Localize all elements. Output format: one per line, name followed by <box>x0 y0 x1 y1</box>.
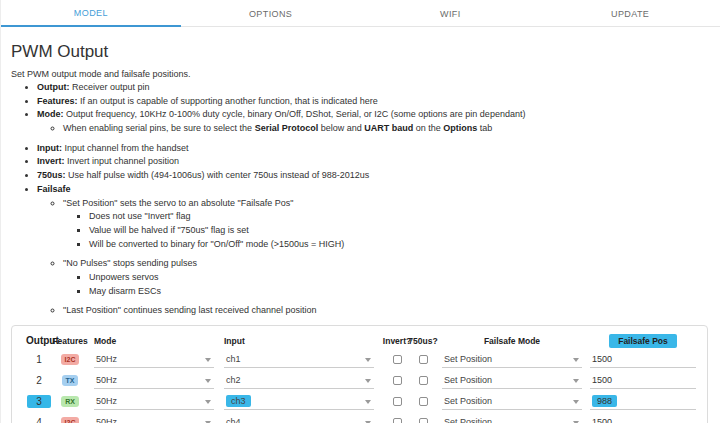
cell-text: 1500 <box>592 375 612 385</box>
highlight-cyan: 3 <box>27 395 51 408</box>
750us-checkbox[interactable] <box>419 397 428 406</box>
invert-cell <box>384 418 410 423</box>
mode-cell: 50Hz <box>94 415 214 423</box>
invert-cell <box>384 376 410 385</box>
input-channel-select[interactable]: ch2 <box>224 373 374 389</box>
750us-cell <box>410 376 436 385</box>
doc-bullet: Value will be halved if "750us" flag is … <box>89 225 708 237</box>
failsafe-mode-select-value: Set Position <box>444 417 492 423</box>
header-input: Input <box>224 336 374 346</box>
mode-cell: 50Hz <box>94 373 214 389</box>
pwm-output-table: Output Features Mode Input Invert? 750us… <box>11 325 708 423</box>
invert-checkbox[interactable] <box>393 418 402 423</box>
i2c-badge: I2C <box>61 354 80 365</box>
chevron-down-icon <box>205 400 211 404</box>
750us-checkbox[interactable] <box>419 418 428 423</box>
750us-checkbox[interactable] <box>419 355 428 364</box>
input-channel-cell: ch4 <box>224 415 374 423</box>
input-channel-select[interactable]: ch1 <box>224 352 374 368</box>
failsafe-mode-select[interactable]: Set Position <box>442 352 582 368</box>
doc-bullet: Failsafe"Set Position" sets the servo to… <box>37 184 708 317</box>
tab-update[interactable]: UPDATE <box>540 0 720 27</box>
mode-select[interactable]: 50Hz <box>94 394 214 410</box>
invert-checkbox[interactable] <box>393 355 402 364</box>
documentation-list: Output: Receiver output pinFeatures: If … <box>11 82 708 317</box>
mode-select-value: 50Hz <box>96 396 117 406</box>
mode-select-value: 50Hz <box>96 375 117 385</box>
failsafe-pos-input[interactable]: 988 <box>590 394 696 410</box>
doc-list-level-2: When enabling serial pins, be sure to se… <box>37 123 708 135</box>
doc-bullet: Mode: Output frequency, 10KHz 0-100% dut… <box>37 109 708 134</box>
chevron-down-icon <box>573 400 579 404</box>
failsafe-mode-select[interactable]: Set Position <box>442 373 582 389</box>
input-channel-cell: ch1 <box>224 352 374 368</box>
input-channel-cell: ch3 <box>224 394 374 410</box>
highlight-cyan: 988 <box>592 395 617 407</box>
mode-cell: 50Hz <box>94 352 214 368</box>
cell-text: 2 <box>36 375 42 386</box>
mode-select-value: 50Hz <box>96 417 117 423</box>
header-failsafe-pos: Failsafe Pos <box>590 334 696 348</box>
intro-text: Set PWM output mode and failsafe positio… <box>11 69 708 79</box>
header-invert: Invert? <box>384 336 410 346</box>
tab-options[interactable]: OPTIONS <box>181 0 361 27</box>
features-cell: RX <box>52 396 88 407</box>
failsafe-mode-cell: Set Position <box>442 394 582 410</box>
header-output: Output <box>26 335 52 346</box>
doc-bullet: "Last Position" continues sending last r… <box>63 305 708 317</box>
cell-text: 1500 <box>592 417 612 423</box>
features-cell: I2C <box>52 354 88 365</box>
doc-bullet: Features: If an output is capable of sup… <box>37 96 708 108</box>
pwm-config-page: MODEL OPTIONS WIFI UPDATE PWM Output Set… <box>0 0 720 423</box>
cell-text: 1500 <box>592 354 612 364</box>
invert-checkbox[interactable] <box>393 376 402 385</box>
750us-checkbox[interactable] <box>419 376 428 385</box>
doc-bullet: "No Pulses" stops sending pulsesUnpowers… <box>63 258 708 297</box>
doc-bullet: Unpowers servos <box>89 272 708 284</box>
page-title: PWM Output <box>11 42 708 62</box>
input-channel-select[interactable]: ch3 <box>224 394 374 410</box>
mode-select[interactable]: 50Hz <box>94 352 214 368</box>
failsafe-mode-select-value: Set Position <box>444 396 492 406</box>
table-row: 1I2C50Hzch1Set Position1500 <box>26 349 693 370</box>
input-channel-select-value: ch4 <box>226 417 241 423</box>
table-row: 3RX50Hzch3Set Position988 <box>26 391 693 412</box>
failsafe-pos-cell: 988 <box>590 394 696 410</box>
chevron-down-icon <box>365 400 371 404</box>
invert-checkbox[interactable] <box>393 397 402 406</box>
doc-list-level-3: Unpowers servosMay disarm ESCs <box>63 272 708 297</box>
failsafe-mode-select[interactable]: Set Position <box>442 394 582 410</box>
input-channel-select-value: ch3 <box>226 395 251 407</box>
doc-bullet: When enabling serial pins, be sure to se… <box>63 123 708 135</box>
tab-model[interactable]: MODEL <box>1 0 181 27</box>
features-cell: I2C <box>52 417 88 423</box>
tab-bar: MODEL OPTIONS WIFI UPDATE <box>1 0 720 27</box>
doc-bullet: "Set Position" sets the servo to an abso… <box>63 198 708 251</box>
failsafe-pos-cell: 1500 <box>590 352 696 368</box>
output-number: 3 <box>26 395 52 408</box>
output-number: 1 <box>26 354 52 365</box>
doc-bullet: Invert: Invert input channel position <box>37 156 708 168</box>
failsafe-pos-input[interactable]: 1500 <box>590 352 696 368</box>
failsafe-mode-select[interactable]: Set Position <box>442 415 582 423</box>
failsafe-mode-cell: Set Position <box>442 415 582 423</box>
input-channel-select[interactable]: ch4 <box>224 415 374 423</box>
highlight-cyan: ch3 <box>226 395 251 407</box>
doc-bullet: Does not use "Invert" flag <box>89 211 708 223</box>
tx-badge: TX <box>62 375 79 386</box>
failsafe-pos-input[interactable]: 1500 <box>590 415 696 423</box>
750us-cell <box>410 418 436 423</box>
input-channel-select-value: ch1 <box>226 354 241 364</box>
chevron-down-icon <box>365 379 371 383</box>
doc-bullet: Output: Receiver output pin <box>37 82 708 94</box>
mode-select[interactable]: 50Hz <box>94 373 214 389</box>
750us-cell <box>410 397 436 406</box>
input-channel-select-value: ch2 <box>226 375 241 385</box>
mode-cell: 50Hz <box>94 394 214 410</box>
invert-cell <box>384 355 410 364</box>
table-row: 2TX50Hzch2Set Position1500 <box>26 370 693 391</box>
tab-wifi[interactable]: WIFI <box>361 0 541 27</box>
failsafe-pos-input[interactable]: 1500 <box>590 373 696 389</box>
mode-select-value: 50Hz <box>96 354 117 364</box>
mode-select[interactable]: 50Hz <box>94 415 214 423</box>
